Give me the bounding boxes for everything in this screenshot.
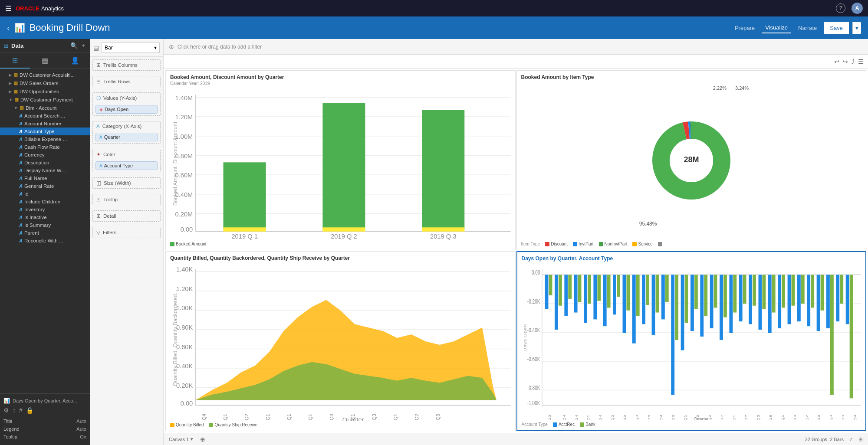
tree-item-include-children[interactable]: A Include Children bbox=[0, 198, 90, 206]
tree-item-parent[interactable]: A Parent bbox=[0, 229, 90, 237]
svg-text:Days Open: Days Open bbox=[523, 324, 527, 351]
tree-label: DW Sales Orders bbox=[20, 81, 58, 86]
bar-chart-panel: Booked Amount, Discount Amount by Quarte… bbox=[165, 70, 516, 250]
help-button[interactable]: ? bbox=[836, 3, 845, 13]
svg-text:2013: 2013 bbox=[547, 415, 551, 420]
tree-item-display-name[interactable]: A Display Name W-... bbox=[0, 167, 90, 174]
sidebar-search-button[interactable]: 🔍 bbox=[70, 42, 78, 49]
bar-chart-icon: ▤ bbox=[93, 44, 99, 51]
share-icon[interactable]: ⤴ bbox=[852, 58, 855, 65]
trellis-rows-header[interactable]: ⊟ Trellis Rows bbox=[93, 76, 160, 87]
content-toolbar: ↩ ↪ ⤴ ☰ bbox=[164, 55, 868, 69]
prepare-tab[interactable]: Prepare bbox=[731, 23, 758, 33]
legend-color bbox=[170, 423, 174, 427]
tree-item-billable-expense[interactable]: A Billable Expense-... bbox=[0, 135, 90, 143]
tree-item-is-inactive[interactable]: A Is Inactive bbox=[0, 213, 90, 221]
legend-color bbox=[209, 423, 213, 427]
tree-label: Display Name W-... bbox=[24, 168, 67, 173]
expand-icon[interactable]: ⊞ bbox=[858, 436, 863, 442]
svg-text:2016: 2016 bbox=[671, 415, 675, 420]
area-chart-title: Quantity Billed, Quantity Backordered, Q… bbox=[170, 255, 511, 261]
tree-item-id[interactable]: A Id bbox=[0, 190, 90, 198]
save-dropdown-button[interactable]: ▾ bbox=[852, 22, 861, 34]
data-tree: ▶ ▦ DW Customer Acquisiti... ▶ ▦ DW Sale… bbox=[0, 69, 90, 393]
svg-text:Q1: Q1 bbox=[586, 415, 590, 420]
category-x-axis-section: A Category (X-Axis) A Quarter bbox=[92, 121, 161, 144]
tree-item-account-search[interactable]: A Account Search ... bbox=[0, 112, 90, 120]
pct-label-1: 2.22% bbox=[713, 85, 727, 91]
data-icon[interactable]: ↕ bbox=[13, 407, 16, 414]
tree-label: DW Customer Payment bbox=[20, 97, 73, 102]
donut-chart-area: 2.22% 3.24% bbox=[521, 81, 862, 240]
legend-label: AcctRec bbox=[559, 422, 575, 427]
sidebar-data-tab[interactable]: ⊞ bbox=[0, 52, 30, 69]
visualize-tab[interactable]: Visualize bbox=[762, 23, 791, 33]
redo-icon[interactable]: ↪ bbox=[843, 58, 848, 65]
detail-header[interactable]: ⊞ Detail bbox=[93, 211, 160, 221]
svg-text:Q3: Q3 bbox=[756, 415, 760, 420]
field-a-icon: A bbox=[19, 207, 23, 212]
color-header[interactable]: ✦ Color bbox=[93, 149, 160, 160]
days-open-chip[interactable]: ◈ Days Open bbox=[95, 105, 158, 114]
sidebar-viz-tab[interactable]: ▤ bbox=[30, 52, 60, 69]
back-button[interactable]: ‹ bbox=[7, 23, 10, 33]
canvas-selector[interactable]: Canvas 1 ▾ bbox=[169, 436, 193, 442]
canvas-label: Canvas 1 bbox=[169, 437, 189, 442]
legend-color bbox=[658, 242, 662, 246]
tree-item-reconcile[interactable]: A Reconcile With ... bbox=[0, 237, 90, 245]
check-icon[interactable]: ✓ bbox=[849, 436, 853, 442]
grid-icon[interactable]: # bbox=[19, 407, 23, 414]
values-y-axis-header[interactable]: ⬡ Values (Y-Axis) bbox=[93, 93, 160, 103]
svg-rect-107 bbox=[675, 275, 678, 340]
tree-item-dw-sales-orders[interactable]: ▶ ▦ DW Sales Orders bbox=[0, 79, 90, 87]
tree-item-account-type[interactable]: A Account Type bbox=[0, 128, 90, 135]
svg-text:Quantity Billed, Quantity Back: Quantity Billed, Quantity Backordered... bbox=[172, 290, 178, 386]
sidebar-properties: Title Auto Legend Auto Tooltip On bbox=[0, 416, 90, 442]
tree-item-is-summary[interactable]: A Is Summary bbox=[0, 221, 90, 229]
tree-item-dw-customer-acq[interactable]: ▶ ▦ DW Customer Acquisiti... bbox=[0, 71, 90, 79]
legend-qty-billed: Quantity Billed bbox=[170, 422, 204, 427]
tree-item-description[interactable]: A Description bbox=[0, 159, 90, 167]
undo-icon[interactable]: ↩ bbox=[834, 58, 839, 65]
lock-icon[interactable]: 🔒 bbox=[26, 407, 33, 414]
tree-item-dw-customer-payment[interactable]: ▼ ▦ DW Customer Payment bbox=[0, 95, 90, 104]
svg-rect-108 bbox=[681, 275, 684, 350]
svg-rect-102 bbox=[651, 275, 655, 335]
narrate-tab[interactable]: Narrate bbox=[795, 23, 820, 33]
trellis-columns-header[interactable]: ⊞ Trellis Columns bbox=[93, 60, 160, 70]
groups-label: 22 Groups, 2 Bars bbox=[805, 437, 844, 442]
chart-type-dropdown[interactable]: Bar ▾ bbox=[102, 43, 160, 53]
tree-item-account-number[interactable]: A Account Number bbox=[0, 120, 90, 128]
tree-item-full-name[interactable]: A Full Name bbox=[0, 174, 90, 182]
sidebar-add-button[interactable]: ＋ bbox=[80, 42, 86, 49]
properties-icon[interactable]: ⚙ bbox=[3, 407, 9, 414]
field-a-icon: A bbox=[19, 152, 23, 157]
account-type-chip[interactable]: A Account Type bbox=[95, 161, 158, 170]
tree-item-dw-opportunities[interactable]: ▶ ▦ DW Opportunities bbox=[0, 87, 90, 95]
tree-item-currency[interactable]: A Currency bbox=[0, 151, 90, 159]
add-filter-icon: ⊕ bbox=[169, 43, 174, 50]
tree-item-cash-flow-rate[interactable]: A Cash Flow Rate bbox=[0, 143, 90, 151]
tree-arrow: ▶ bbox=[9, 73, 12, 77]
filters-header[interactable]: ▽ Filters bbox=[93, 227, 160, 238]
tree-item-general-rate[interactable]: A General Rate bbox=[0, 182, 90, 190]
bar-chart-title: Booked Amount, Discount Amount by Quarte… bbox=[170, 74, 511, 80]
filter-bar-text[interactable]: Click here or drag data to add a filter bbox=[178, 44, 262, 50]
sidebar-people-tab[interactable]: 👤 bbox=[60, 52, 90, 69]
size-width-header[interactable]: ◫ Size (Width) bbox=[93, 178, 160, 188]
menu-icon[interactable]: ☰ bbox=[858, 58, 864, 65]
hamburger-icon[interactable]: ☰ bbox=[5, 4, 11, 13]
svg-text:2015: 2015 bbox=[647, 415, 651, 420]
category-x-axis-header[interactable]: A Category (X-Axis) bbox=[93, 121, 160, 131]
add-canvas-button[interactable]: ⊕ bbox=[200, 436, 205, 443]
svg-rect-21 bbox=[322, 227, 365, 232]
svg-rect-128 bbox=[778, 275, 781, 328]
tooltip-header[interactable]: ⊡ Tooltip bbox=[93, 194, 160, 205]
tree-item-inventory[interactable]: A Inventory bbox=[0, 206, 90, 213]
quarter-chip[interactable]: A Quarter bbox=[95, 133, 158, 141]
user-avatar[interactable]: A bbox=[852, 3, 863, 14]
save-button[interactable]: Save bbox=[824, 22, 849, 34]
tree-item-dim-account[interactable]: ▼ ▦ Dim - Account bbox=[0, 104, 90, 112]
svg-rect-122 bbox=[749, 275, 752, 324]
svg-rect-119 bbox=[733, 275, 736, 312]
